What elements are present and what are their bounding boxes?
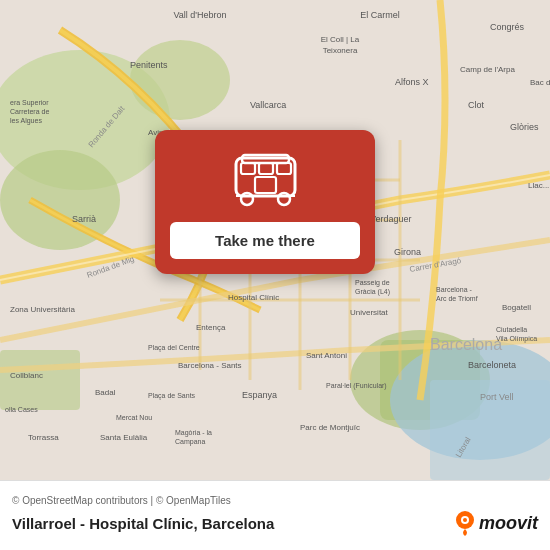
svg-text:Badal: Badal [95,388,116,397]
moovit-pin-icon [455,510,475,536]
svg-rect-6 [0,350,80,410]
svg-text:Clot: Clot [468,100,485,110]
svg-text:Universitat: Universitat [350,308,389,317]
svg-text:Sant Antoni: Sant Antoni [306,351,347,360]
svg-text:Campana: Campana [175,438,205,446]
svg-text:Carretera de: Carretera de [10,108,49,115]
svg-text:Parc de Montjuïc: Parc de Montjuïc [300,423,360,432]
svg-text:Vallcarca: Vallcarca [250,100,286,110]
svg-text:Arc de Triomf: Arc de Triomf [436,295,478,302]
map-container: Vall d'Hebron El Carmel Congrés Penitent… [0,0,550,480]
svg-point-3 [130,40,230,120]
svg-text:Llac...: Llac... [528,181,549,190]
svg-text:Espanya: Espanya [242,390,277,400]
svg-text:El Coll | La: El Coll | La [321,35,360,44]
svg-text:Camp de l'Arpa: Camp de l'Arpa [460,65,515,74]
svg-text:Barcelona -: Barcelona - [436,286,472,293]
svg-text:Vall d'Hebron: Vall d'Hebron [173,10,226,20]
svg-text:Barceloneta: Barceloneta [468,360,516,370]
svg-text:Verdaguer: Verdaguer [370,214,412,224]
take-me-there-button[interactable]: Take me there [170,222,360,259]
bus-icon-container [225,150,305,210]
svg-text:Mercat Nou: Mercat Nou [116,414,152,421]
svg-text:Torrassa: Torrassa [28,433,59,442]
moovit-brand-text: moovit [479,513,538,534]
svg-text:Passeig de: Passeig de [355,279,390,287]
svg-text:Barcelona: Barcelona [430,336,502,353]
svg-text:Collblanc: Collblanc [10,371,43,380]
copyright-text: © OpenStreetMap contributors | © OpenMap… [12,495,538,506]
svg-text:Plaça del Centre: Plaça del Centre [148,344,200,352]
svg-text:Congrés: Congrés [490,22,525,32]
action-card: Take me there [155,130,375,274]
svg-text:Teixonera: Teixonera [323,46,358,55]
svg-text:Vila Olímpica: Vila Olímpica [496,335,537,343]
svg-text:Plaça de Sants: Plaça de Sants [148,392,196,400]
svg-text:Bogatell: Bogatell [502,303,531,312]
svg-rect-75 [259,163,273,174]
svg-text:Girona: Girona [394,247,421,257]
svg-text:Penitents: Penitents [130,60,168,70]
svg-text:Paral·lel (Funicular): Paral·lel (Funicular) [326,382,387,390]
svg-text:Barcelona - Sants: Barcelona - Sants [178,361,242,370]
svg-text:Alfons X: Alfons X [395,77,429,87]
svg-text:Glòries: Glòries [510,122,539,132]
svg-text:Entença: Entença [196,323,226,332]
svg-text:Santa Eulàlia: Santa Eulàlia [100,433,148,442]
svg-text:El Carmel: El Carmel [360,10,400,20]
svg-text:Port Vell: Port Vell [480,392,514,402]
svg-text:Zona Universitària: Zona Universitària [10,305,75,314]
svg-text:Hospital Clínic: Hospital Clínic [228,293,279,302]
location-row: Villarroel - Hospital Clínic, Barcelona … [12,510,538,536]
svg-rect-74 [241,163,255,174]
svg-text:les Algues: les Algues [10,117,42,125]
svg-text:Sarrià: Sarrià [72,214,96,224]
moovit-logo: moovit [455,510,538,536]
svg-text:era Superior: era Superior [10,99,49,107]
svg-point-83 [463,518,467,522]
bottom-bar: © OpenStreetMap contributors | © OpenMap… [0,480,550,550]
svg-rect-76 [277,163,291,174]
svg-text:Bac de Ro...: Bac de Ro... [530,78,550,87]
svg-text:olla Cases: olla Cases [5,406,38,413]
location-name: Villarroel - Hospital Clínic, Barcelona [12,515,274,532]
bus-icon [228,153,303,208]
svg-rect-77 [255,177,276,193]
svg-text:Ciutadella: Ciutadella [496,326,527,333]
svg-text:Gràcia (L4): Gràcia (L4) [355,288,390,296]
svg-text:Magòria - la: Magòria - la [175,429,212,437]
